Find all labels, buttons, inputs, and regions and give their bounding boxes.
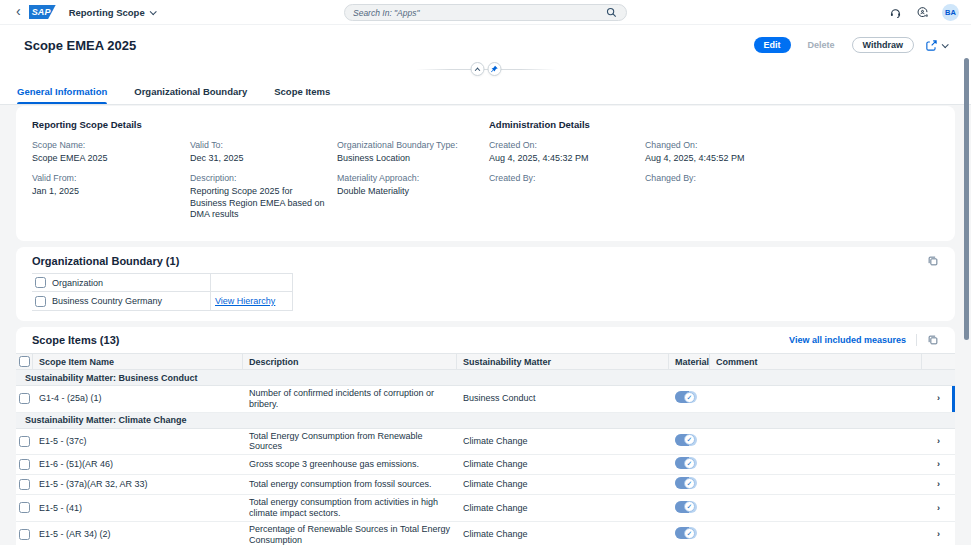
scope-item-description: Total energy consumption from fossil sou…: [243, 477, 457, 492]
column-header-description[interactable]: Description: [243, 354, 457, 369]
table-row[interactable]: E1-5 - (37a)(AR 32, AR 33) Total energy …: [16, 475, 955, 495]
help-headset-icon[interactable]: [888, 5, 902, 19]
export-icon[interactable]: [927, 255, 939, 267]
table-row[interactable]: E1-5 - (41) Total energy consumption fro…: [16, 495, 955, 522]
organizational-boundary-table: Organization Business Country Germany Vi…: [32, 273, 293, 311]
shell-bar: ‹ SAP Reporting Scope: [0, 0, 971, 25]
share-menu[interactable]: [925, 39, 947, 52]
field-value: Scope EMEA 2025: [32, 153, 180, 164]
section-organizational-boundary: Organizational Boundary (1) Organization…: [16, 247, 955, 321]
material-toggle[interactable]: ✓: [675, 501, 697, 513]
table-row[interactable]: E1-5 - (AR 34) (2) Percentage of Renewab…: [16, 522, 955, 545]
administration-details-panel: Administration Details Created On: Aug 4…: [489, 119, 939, 229]
view-all-included-measures-link[interactable]: View all included measures: [789, 335, 906, 345]
scope-item-description: Total Energy Consumption from Renewable …: [243, 429, 457, 455]
table-header-row: Organization: [32, 274, 293, 292]
row-checkbox[interactable]: [35, 296, 46, 307]
tab-organizational-boundary[interactable]: Organizational Boundary: [134, 79, 247, 104]
scope-item-comment: [710, 483, 922, 487]
field-value: Business Location: [337, 153, 479, 164]
feedback-chat-icon[interactable]: [915, 5, 929, 19]
row-checkbox[interactable]: [19, 502, 30, 513]
field-label: Changed By:: [645, 173, 929, 183]
view-hierarchy-link[interactable]: View Hierarchy: [215, 296, 275, 306]
column-header-actions: [211, 274, 293, 291]
column-header-comment[interactable]: Comment: [710, 354, 922, 369]
column-header-scope-item-name[interactable]: Scope Item Name: [33, 354, 243, 369]
group-header-climate-change: Sustainability Matter: Climate Change: [16, 413, 955, 429]
export-icon[interactable]: [927, 334, 939, 346]
chevron-right-icon[interactable]: ›: [922, 527, 955, 542]
chevron-down-icon: [149, 8, 156, 15]
select-all-checkbox[interactable]: [35, 277, 46, 288]
pin-header-button[interactable]: [487, 62, 501, 76]
row-checkbox[interactable]: [19, 529, 30, 540]
collapse-header-button[interactable]: [470, 62, 484, 76]
shell-search[interactable]: [344, 4, 627, 21]
row-checkbox[interactable]: [19, 459, 30, 470]
header-anchor-strip: [0, 61, 971, 79]
table-row[interactable]: G1-4 - (25a) (1) Number of confirmed inc…: [16, 386, 955, 413]
scope-item-comment: [710, 439, 922, 443]
chevron-right-icon[interactable]: ›: [922, 457, 955, 472]
vertical-scrollbar-track[interactable]: [962, 57, 971, 545]
withdraw-button[interactable]: Withdraw: [852, 37, 914, 53]
column-header-material[interactable]: Material: [669, 354, 710, 369]
scope-item-matter: Climate Change: [457, 501, 669, 516]
chevron-right-icon[interactable]: ›: [922, 434, 955, 449]
scope-item-name: E1-5 - (41): [33, 501, 243, 516]
row-checkbox[interactable]: [19, 436, 30, 447]
material-toggle[interactable]: ✓: [675, 457, 697, 469]
scope-item-matter: Climate Change: [457, 477, 669, 492]
scope-item-matter: Climate Change: [457, 457, 669, 472]
field-description: Description: Reporting Scope 2025 for Bu…: [190, 173, 337, 220]
field-label: Organizational Boundary Type:: [337, 140, 479, 150]
scope-item-name: G1-4 - (25a) (1): [33, 391, 243, 406]
scope-item-name: E1-5 - (37c): [33, 434, 243, 449]
field-scope-name: Scope Name: Scope EMEA 2025: [32, 140, 190, 164]
table-row[interactable]: E1-6 - (51)(AR 46) Gross scope 3 greenho…: [16, 455, 955, 475]
page-content: Reporting Scope Details Scope Name: Scop…: [0, 105, 971, 545]
select-all-checkbox[interactable]: [19, 356, 30, 367]
material-toggle[interactable]: ✓: [675, 527, 697, 539]
back-icon[interactable]: ‹: [12, 4, 29, 20]
row-checkbox[interactable]: [19, 393, 30, 404]
app-title-menu[interactable]: Reporting Scope: [69, 7, 155, 18]
field-materiality-approach: Materiality Approach: Double Materiality: [337, 173, 489, 197]
field-created-on: Created On: Aug 4, 2025, 4:45:32 PM: [489, 140, 645, 164]
table-row[interactable]: Business Country Germany View Hierarchy: [32, 292, 293, 311]
edit-button[interactable]: Edit: [754, 37, 791, 53]
material-toggle[interactable]: ✓: [675, 434, 697, 446]
tab-scope-items[interactable]: Scope Items: [274, 79, 330, 104]
column-header-sustainability-matter[interactable]: Sustainability Matter: [457, 354, 669, 369]
vertical-scrollbar-thumb[interactable]: [964, 58, 969, 340]
column-header-organization: Organization: [49, 274, 211, 291]
shell-actions: BA: [888, 4, 959, 21]
chevron-right-icon[interactable]: ›: [922, 501, 955, 516]
search-icon[interactable]: [604, 6, 618, 20]
field-value: Dec 31, 2025: [190, 153, 327, 164]
scope-item-comment: [710, 463, 922, 467]
sap-logo[interactable]: SAP: [29, 5, 56, 19]
user-avatar[interactable]: BA: [942, 4, 959, 21]
scope-item-description: Number of confirmed incidents of corrupt…: [243, 386, 457, 412]
field-label: Scope Name:: [32, 140, 180, 150]
search-input[interactable]: [353, 8, 604, 18]
section-scope-items: Scope Items (13) View all included measu…: [16, 327, 955, 545]
table-row[interactable]: E1-5 - (37c) Total Energy Consumption fr…: [16, 429, 955, 456]
reporting-scope-details-panel: Reporting Scope Details Scope Name: Scop…: [32, 119, 489, 229]
chevron-right-icon[interactable]: ›: [922, 477, 955, 492]
delete-button[interactable]: Delete: [798, 37, 845, 53]
chevron-up-icon: [474, 68, 480, 74]
field-label: Materiality Approach:: [337, 173, 479, 183]
scope-item-matter: Climate Change: [457, 527, 669, 542]
row-checkbox[interactable]: [19, 479, 30, 490]
material-toggle[interactable]: ✓: [675, 391, 697, 403]
section-general-information: Reporting Scope Details Scope Name: Scop…: [16, 106, 955, 241]
tab-general-information[interactable]: General Information: [17, 79, 107, 104]
chevron-right-icon[interactable]: ›: [922, 391, 955, 406]
page-title: Scope EMEA 2025: [24, 38, 754, 53]
field-org-boundary-type: Organizational Boundary Type: Business L…: [337, 140, 489, 164]
field-valid-from: Valid From: Jan 1, 2025: [32, 173, 190, 197]
material-toggle[interactable]: ✓: [675, 477, 697, 489]
